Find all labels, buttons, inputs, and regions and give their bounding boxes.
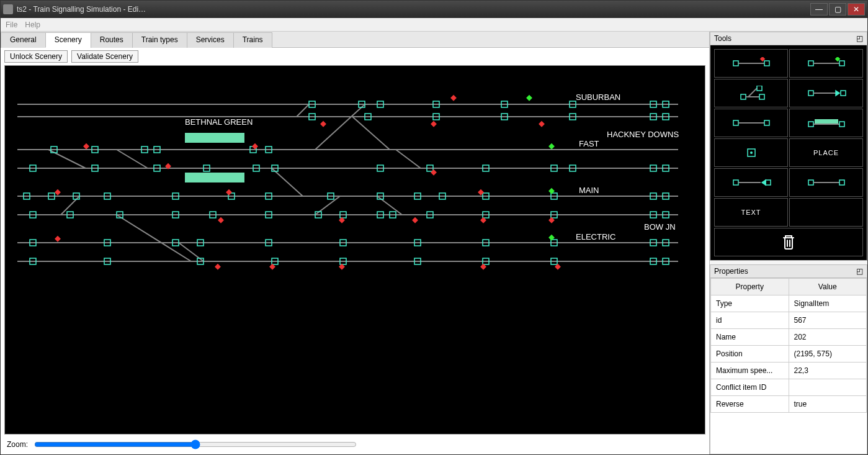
property-name: Conflict item ID: [711, 379, 789, 396]
platform-2[interactable]: [185, 173, 244, 182]
svg-rect-106: [252, 143, 258, 150]
property-value[interactable]: 22,3: [789, 363, 867, 379]
svg-rect-143: [759, 94, 764, 99]
tool-text[interactable]: TEXT: [714, 198, 788, 227]
svg-rect-158: [766, 180, 771, 185]
svg-line-11: [396, 150, 421, 168]
track-diagram[interactable]: BETHNAL GREEN SUBURBAN HACKNEY DOWNS FAS…: [5, 66, 705, 434]
tool-invisible-link-left[interactable]: [714, 168, 788, 197]
unlock-scenery-button[interactable]: Unlock Scenery: [4, 50, 68, 63]
tool-points[interactable]: [714, 79, 788, 107]
tool-track[interactable]: [714, 109, 788, 137]
right-pane: Tools ◰: [710, 32, 867, 454]
svg-rect-116: [431, 169, 437, 176]
svg-rect-113: [55, 189, 61, 196]
tool-end[interactable]: [789, 79, 863, 107]
svg-rect-108: [431, 121, 437, 127]
property-name: Type: [711, 295, 789, 312]
property-row[interactable]: Reversetrue: [711, 396, 867, 413]
label-bethnal-green: BETHNAL GREEN: [185, 117, 253, 127]
svg-rect-105: [83, 143, 89, 150]
minimize-button[interactable]: —: [810, 3, 828, 16]
svg-rect-131: [733, 61, 738, 66]
menu-help[interactable]: Help: [25, 20, 40, 29]
window-title: ts2 - Train Signalling Simulation - Edi…: [17, 5, 810, 14]
property-row[interactable]: id567: [711, 312, 867, 329]
svg-rect-142: [757, 86, 762, 91]
tool-delete[interactable]: [714, 228, 863, 256]
property-value[interactable]: 567: [789, 312, 867, 329]
platform-1[interactable]: [185, 133, 244, 143]
content-area: General Scenery Routes Train types Servi…: [1, 32, 867, 454]
property-value[interactable]: 202: [789, 329, 867, 346]
tools-panel: PLACE TEXT: [710, 45, 867, 261]
trash-icon: [781, 233, 797, 251]
svg-rect-153: [839, 122, 844, 127]
properties-table: Property Value TypeSignalItemid567Name20…: [710, 278, 867, 413]
properties-undock-icon[interactable]: ◰: [856, 267, 863, 276]
property-value[interactable]: (2195, 575): [789, 346, 867, 363]
svg-line-141: [748, 88, 757, 97]
prop-header-value[interactable]: Value: [789, 279, 867, 295]
tool-signal-green[interactable]: [789, 49, 863, 78]
tab-train-types[interactable]: Train types: [132, 32, 187, 48]
signals: [55, 95, 561, 270]
zoom-label: Zoom:: [7, 440, 28, 449]
property-row[interactable]: Maximum spee...22,3: [711, 363, 867, 379]
property-value[interactable]: true: [789, 396, 867, 413]
svg-rect-149: [764, 120, 769, 125]
svg-rect-109: [450, 95, 457, 101]
tool-selector[interactable]: [714, 138, 788, 167]
tab-scenery[interactable]: Scenery: [45, 32, 91, 48]
label-suburban: SUBURBAN: [576, 92, 620, 102]
tab-trains[interactable]: Trains: [233, 32, 272, 48]
svg-rect-112: [548, 143, 555, 150]
svg-rect-111: [539, 121, 545, 127]
scenery-canvas-scroll[interactable]: BETHNAL GREEN SUBURBAN HACKNEY DOWNS FAS…: [5, 66, 705, 434]
svg-rect-161: [839, 180, 844, 185]
svg-rect-135: [808, 61, 813, 66]
tab-general[interactable]: General: [1, 32, 46, 48]
zoom-row: Zoom:: [1, 435, 709, 454]
properties-panel: Property Value TypeSignalItemid567Name20…: [710, 278, 867, 454]
zoom-slider[interactable]: [34, 439, 357, 449]
tool-signal-red[interactable]: [714, 49, 788, 78]
tools-undock-icon[interactable]: ◰: [856, 34, 863, 43]
tab-routes[interactable]: Routes: [91, 32, 133, 48]
app-icon: [3, 4, 13, 14]
property-row[interactable]: Position(2195, 575): [711, 346, 867, 363]
menu-file[interactable]: File: [6, 20, 17, 29]
label-electric: ELECTRIC: [576, 232, 615, 241]
prop-header-property[interactable]: Property: [711, 279, 789, 295]
tab-services[interactable]: Services: [187, 32, 234, 48]
svg-rect-159: [808, 180, 813, 185]
svg-rect-151: [815, 119, 838, 124]
tool-place[interactable]: PLACE: [789, 138, 863, 167]
validate-scenery-button[interactable]: Validate Scenery: [71, 50, 138, 63]
tool-platform[interactable]: [789, 109, 863, 137]
property-value[interactable]: SignalItem: [789, 295, 867, 312]
property-row[interactable]: TypeSignalItem: [711, 295, 867, 312]
property-row[interactable]: Name202: [711, 329, 867, 346]
svg-point-155: [750, 151, 753, 154]
titlebar: ts2 - Train Signalling Simulation - Edi……: [1, 1, 867, 18]
tab-bar: General Scenery Routes Train types Servi…: [1, 32, 709, 48]
tools-panel-header: Tools ◰: [710, 32, 867, 45]
tool-invisible-link-right[interactable]: [789, 168, 863, 197]
property-name: Maximum spee...: [711, 363, 789, 379]
maximize-button[interactable]: ▢: [829, 3, 846, 16]
label-bow-jn: BOW JN: [644, 222, 676, 232]
property-name: Name: [711, 329, 789, 346]
scenery-toolbar: Unlock Scenery Validate Scenery: [1, 48, 709, 65]
property-value[interactable]: [789, 379, 867, 396]
label-main: MAIN: [579, 186, 599, 195]
track-nodes: [24, 101, 669, 264]
svg-rect-119: [218, 217, 224, 223]
svg-rect-126: [215, 264, 221, 270]
app-window: ts2 - Train Signalling Simulation - Edi……: [0, 0, 868, 455]
property-row[interactable]: Conflict item ID: [711, 379, 867, 396]
tool-empty[interactable]: [789, 198, 863, 227]
svg-rect-144: [808, 91, 813, 96]
close-button[interactable]: ✕: [848, 3, 865, 16]
window-buttons: — ▢ ✕: [810, 3, 865, 16]
